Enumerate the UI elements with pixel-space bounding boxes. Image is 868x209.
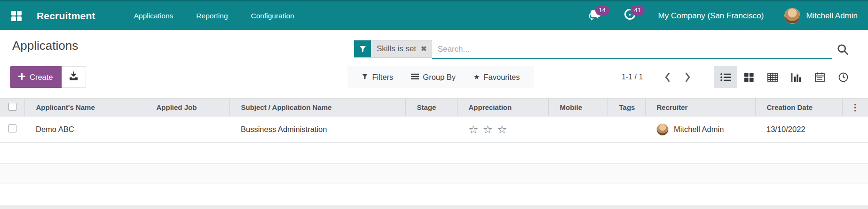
search-bar: Skills is set ✖ bbox=[354, 40, 853, 59]
star-icon: ★ bbox=[473, 73, 480, 81]
plus-icon bbox=[18, 73, 25, 82]
favourites-button[interactable]: ★ Favourites bbox=[473, 73, 520, 82]
list-view-icon[interactable] bbox=[714, 66, 737, 88]
column-header-applied-job[interactable]: Applied Job bbox=[145, 99, 229, 116]
facet-close-icon[interactable]: ✖ bbox=[420, 40, 432, 57]
column-header-creation-date[interactable]: Creation Date bbox=[755, 99, 842, 116]
select-all-cell bbox=[0, 99, 24, 116]
group-by-button[interactable]: Group By bbox=[411, 73, 456, 82]
optional-columns-cell: ⋮ bbox=[842, 99, 868, 116]
column-header-subject[interactable]: Subject / Application Name bbox=[229, 99, 405, 116]
cell-stage bbox=[405, 116, 457, 143]
table-header-row: Applicant's Name Applied Job Subject / A… bbox=[0, 99, 868, 116]
navbar-right: 14 41 My Company (San Francisco) Mitchel… bbox=[589, 8, 858, 24]
bottom-strip bbox=[0, 205, 868, 209]
pager-nav bbox=[663, 71, 692, 83]
nav-menu-applications[interactable]: Applications bbox=[134, 12, 174, 20]
activities-menu[interactable]: 41 bbox=[624, 9, 636, 23]
cell-applicant-name: Demo ABC bbox=[24, 116, 145, 143]
user-menu[interactable]: Mitchell Admin bbox=[784, 8, 858, 24]
filter-funnel-icon bbox=[354, 40, 371, 57]
applications-list: Applicant's Name Applied Job Subject / A… bbox=[0, 98, 868, 143]
column-header-tags[interactable]: Tags bbox=[608, 99, 645, 116]
export-download-icon bbox=[69, 71, 79, 83]
messages-badge: 14 bbox=[595, 5, 609, 15]
control-panel: Applications Create Skills is se bbox=[0, 30, 868, 98]
cell-creation-date: 13/10/2022 bbox=[755, 116, 842, 143]
pager-next-icon[interactable] bbox=[684, 71, 692, 83]
pager-range[interactable]: 1-1 / 1 bbox=[622, 73, 643, 81]
filters-label: Filters bbox=[372, 73, 393, 82]
search-magnifier-icon[interactable] bbox=[832, 40, 853, 59]
activity-view-icon[interactable] bbox=[831, 66, 855, 88]
empty-row bbox=[0, 143, 868, 163]
search-facet-skills-is-set: Skills is set ✖ bbox=[354, 40, 432, 58]
messages-menu[interactable]: 14 bbox=[589, 9, 601, 23]
view-switcher bbox=[714, 66, 855, 88]
cell-applied-job bbox=[145, 116, 229, 143]
group-by-bars-icon bbox=[411, 73, 419, 82]
optional-columns-toggle-icon[interactable]: ⋮ bbox=[851, 102, 860, 112]
cell-appreciation: ☆☆☆ bbox=[457, 116, 548, 143]
app-brand-title[interactable]: Recruitment bbox=[37, 10, 95, 22]
search-input[interactable] bbox=[432, 45, 832, 54]
top-navbar: Recruitment Applications Reporting Confi… bbox=[0, 0, 868, 30]
star-empty-icon[interactable]: ☆ bbox=[468, 123, 479, 136]
action-buttons: Create bbox=[10, 66, 86, 88]
column-header-stage[interactable]: Stage bbox=[405, 99, 457, 116]
kanban-view-icon[interactable] bbox=[737, 66, 761, 88]
pager: 1-1 / 1 bbox=[622, 66, 692, 88]
create-button[interactable]: Create bbox=[10, 66, 62, 88]
export-button[interactable] bbox=[62, 66, 86, 88]
filters-button[interactable]: Filters bbox=[362, 73, 393, 82]
breadcrumb-title: Applications bbox=[12, 39, 78, 53]
empty-row bbox=[0, 184, 868, 205]
favourites-label: Favourites bbox=[484, 73, 520, 82]
nav-menu-configuration[interactable]: Configuration bbox=[251, 12, 294, 20]
funnel-icon bbox=[362, 73, 368, 82]
apps-grid-icon[interactable] bbox=[10, 10, 23, 22]
pivot-view-icon[interactable] bbox=[761, 66, 784, 88]
recruiter-avatar bbox=[656, 124, 669, 136]
row-checkbox[interactable] bbox=[8, 124, 16, 132]
cell-mobile bbox=[548, 116, 608, 143]
cell-recruiter: Mitchell Admin bbox=[645, 116, 755, 143]
column-header-applicant-name[interactable]: Applicant's Name bbox=[24, 99, 145, 116]
star-empty-icon[interactable]: ☆ bbox=[483, 123, 493, 136]
graph-view-icon[interactable] bbox=[784, 66, 808, 88]
recruiter-name: Mitchell Admin bbox=[674, 125, 724, 134]
user-avatar bbox=[784, 8, 800, 24]
search-facet-label: Skills is set bbox=[371, 40, 420, 57]
nav-menu-reporting[interactable]: Reporting bbox=[196, 12, 228, 20]
column-header-appreciation[interactable]: Appreciation bbox=[457, 99, 548, 116]
create-button-label: Create bbox=[30, 73, 53, 82]
empty-row-shaded bbox=[0, 163, 868, 184]
nav-menus: Applications Reporting Configuration bbox=[134, 12, 294, 20]
pager-previous-icon[interactable] bbox=[663, 71, 671, 83]
column-header-recruiter[interactable]: Recruiter bbox=[645, 99, 755, 116]
star-empty-icon[interactable]: ☆ bbox=[497, 123, 507, 136]
select-all-checkbox[interactable] bbox=[8, 103, 16, 111]
table-row[interactable]: Demo ABC Bussiness Administration ☆☆☆ Mi… bbox=[0, 116, 868, 143]
cell-tags bbox=[608, 116, 645, 143]
column-header-mobile[interactable]: Mobile bbox=[548, 99, 608, 116]
row-select-cell bbox=[0, 116, 24, 143]
search-options-bar: Filters Group By ★ Favourites bbox=[347, 66, 534, 88]
search-input-wrap bbox=[432, 40, 832, 59]
group-by-label: Group By bbox=[423, 73, 456, 82]
user-name: Mitchell Admin bbox=[806, 11, 858, 21]
cell-subject: Bussiness Administration bbox=[229, 116, 405, 143]
activities-badge: 41 bbox=[631, 5, 645, 15]
appreciation-stars: ☆☆☆ bbox=[468, 123, 512, 136]
calendar-view-icon[interactable] bbox=[808, 66, 831, 88]
company-menu[interactable]: My Company (San Francisco) bbox=[658, 11, 764, 21]
